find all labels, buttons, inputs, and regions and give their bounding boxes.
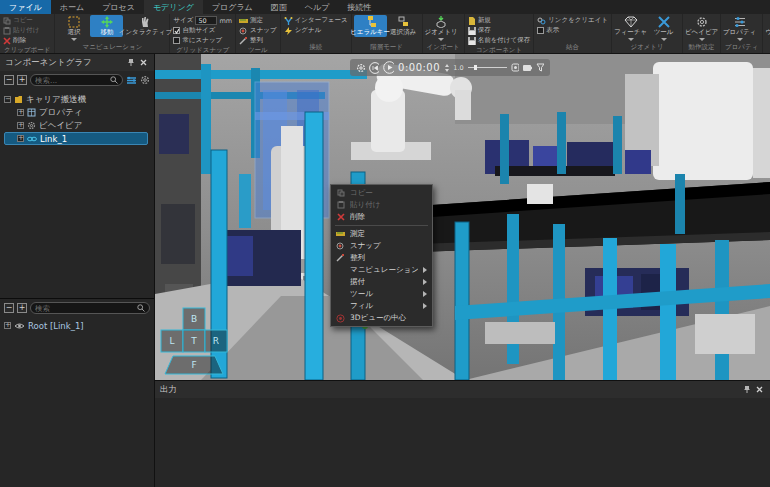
tab-connectivity[interactable]: 接続性 (338, 0, 380, 14)
camera-icon[interactable] (523, 64, 532, 72)
expand-toggle[interactable]: + (17, 109, 24, 116)
ribbon-group-import: ジオメトリ インポート (423, 14, 465, 53)
tree-node-root-link[interactable]: + Root [Link_1] (4, 319, 154, 332)
new-component-button[interactable]: 新規 (467, 16, 531, 25)
context-menu: コピー 貼り付け 削除 測定 (330, 184, 433, 327)
gear-icon[interactable] (140, 75, 150, 85)
context-align[interactable]: 整列 (331, 252, 432, 264)
expand-toggle[interactable]: + (17, 135, 24, 142)
measure-label: 測定 (250, 16, 263, 25)
expand-toggle[interactable]: + (17, 122, 24, 129)
context-attachment[interactable]: 据付 (331, 276, 432, 288)
record-icon[interactable] (511, 63, 519, 72)
expand-all-button[interactable]: + (17, 75, 27, 85)
view-cube[interactable]: B L T R F (159, 302, 231, 378)
measure-icon (239, 17, 248, 25)
tab-drawing[interactable]: 図面 (262, 0, 296, 14)
tree-root-label: キャリア搬送機 (26, 94, 86, 106)
context-fill[interactable]: フィル (331, 300, 432, 312)
auto-size-checkbox-row[interactable]: 自動サイズ (172, 26, 233, 35)
tab-modeling[interactable]: モデリング (144, 0, 203, 14)
search-input[interactable] (35, 76, 110, 85)
tab-program[interactable]: プログラム (203, 0, 262, 14)
measure-button[interactable]: 測定 (238, 16, 278, 25)
tree-node-link1-selected[interactable]: + Link_1 (4, 132, 148, 145)
3d-viewport[interactable]: 0:00:00 1.0 コピー 貼り付け (155, 54, 770, 380)
create-link-button[interactable]: リンクをクリエイト (536, 16, 609, 25)
context-manipulation[interactable]: マニピュレーション (331, 264, 432, 276)
context-center-3d-view[interactable]: 3Dビューの中心 (331, 312, 432, 324)
auto-size-checkbox[interactable] (173, 27, 180, 34)
clipboard-group-label: クリップボード (2, 45, 52, 54)
filter-funnel-icon[interactable] (536, 63, 544, 72)
collapse-all-button[interactable]: − (4, 303, 14, 313)
tab-process[interactable]: プロセス (93, 0, 144, 14)
save-as-button[interactable]: 名前を付けて保存 (467, 36, 531, 45)
tab-home[interactable]: ホーム (51, 0, 93, 14)
pin-icon[interactable] (125, 57, 137, 69)
context-delete[interactable]: 削除 (331, 211, 432, 223)
snap-label: スナップ (250, 26, 277, 35)
delete-label: 削除 (13, 36, 26, 45)
always-snap-checkbox[interactable] (173, 37, 180, 44)
snap-button[interactable]: スナップ (238, 26, 278, 35)
chevron-down-icon (71, 38, 77, 41)
show-structure-row[interactable]: 表示 (536, 26, 609, 35)
show-structure-checkbox[interactable] (537, 27, 544, 34)
signals-button[interactable]: シグナル (283, 26, 349, 35)
features-button[interactable]: フィーチャ (614, 15, 647, 41)
collapse-all-button[interactable]: − (4, 75, 14, 85)
lower-search-input[interactable] (35, 304, 137, 313)
grid-size-input[interactable] (195, 16, 217, 25)
new-label: 新規 (478, 16, 491, 25)
import-geometry-button[interactable]: ジオメトリ (425, 15, 458, 41)
tab-help[interactable]: ヘルプ (296, 0, 339, 14)
slider-handle[interactable] (474, 65, 477, 70)
context-tools[interactable]: ツール (331, 288, 432, 300)
reset-rewind-icon[interactable] (369, 62, 379, 74)
context-snap[interactable]: スナップ (331, 240, 432, 252)
ribbon-group-manipulation: 選択 移動 インタラクティブ マニピュレーション (55, 14, 170, 53)
tree-node-behaviors[interactable]: + ビヘイビア (4, 119, 154, 132)
align-button[interactable]: 整列 (238, 36, 278, 45)
geometry-tools-button[interactable]: ツール (647, 15, 680, 41)
align-label: 整列 (250, 36, 263, 45)
speed-slider[interactable] (468, 67, 508, 68)
tab-file[interactable]: ファイル (0, 0, 51, 14)
expand-all-button[interactable]: + (17, 303, 27, 313)
select-button[interactable]: 選択 (57, 15, 90, 41)
chevron-down-icon (628, 38, 634, 41)
check-icon (174, 28, 179, 34)
close-icon[interactable] (753, 384, 765, 396)
close-icon[interactable] (137, 57, 149, 69)
speed-stepper-icon[interactable] (444, 63, 449, 73)
copy-label: コピー (13, 16, 33, 25)
selected-mode-button[interactable]: 選択済み (387, 15, 420, 37)
snap-icon (336, 242, 345, 250)
expand-toggle[interactable]: + (4, 322, 11, 329)
behaviors-button[interactable]: ビヘイビア (685, 15, 718, 41)
context-measure[interactable]: 測定 (331, 228, 432, 240)
output-content[interactable] (155, 398, 770, 487)
sim-settings-gear-icon[interactable] (356, 63, 365, 73)
play-icon[interactable] (383, 61, 394, 74)
hierarchy-icon (363, 16, 377, 28)
hierarchy-button[interactable]: ヒエラルキー (354, 15, 387, 37)
ribbon-group-clipboard: コピー 貼り付け 削除 クリップボード (0, 14, 55, 53)
interfaces-button[interactable]: インターフェース (283, 16, 349, 25)
properties-label: プロパティ (723, 28, 756, 37)
tree-node-root[interactable]: − キャリア搬送機 (4, 93, 154, 106)
interact-button[interactable]: インタラクティブ (123, 15, 167, 37)
save-button[interactable]: 保存 (467, 26, 531, 35)
always-snap-checkbox-row[interactable]: 常にスナップ (172, 36, 233, 45)
delete-button[interactable]: 削除 (2, 36, 40, 45)
collapse-toggle[interactable]: − (4, 96, 11, 103)
properties-button[interactable]: プロパティ (723, 15, 756, 41)
tree-node-properties[interactable]: + プロパティ (4, 106, 154, 119)
layers-icon[interactable] (126, 75, 137, 85)
copy-icon (3, 17, 11, 25)
menu-tab-bar: ファイル ホーム プロセス モデリング プログラム 図面 ヘルプ 接続性 (0, 0, 770, 14)
component-tree: − キャリア搬送機 + プロパティ + ビヘイビア (0, 89, 154, 298)
pin-icon[interactable] (741, 384, 753, 396)
wizard-button[interactable]: ウィザード (765, 15, 770, 41)
